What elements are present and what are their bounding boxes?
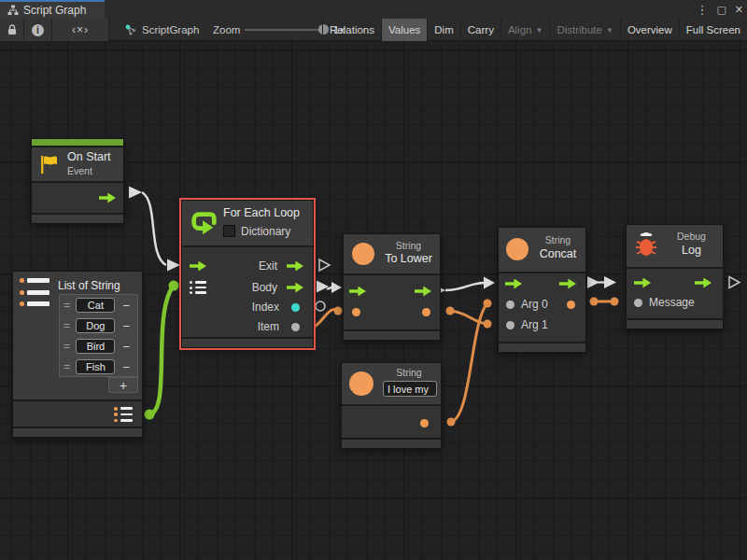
port-item-label: Item [258,320,279,333]
lock-icon [7,24,17,35]
node-footer [344,331,440,340]
list-item-input[interactable] [76,339,115,354]
relations-button[interactable]: Relations [322,19,381,41]
tab-script-graph[interactable]: Script Graph [0,0,105,19]
node-type-label: String [381,367,437,378]
remove-item-button[interactable]: − [119,360,134,374]
drag-handle[interactable]: = [63,340,72,353]
port-index-out[interactable] [291,303,300,312]
script-graph-icon [124,23,137,36]
node-title: On Start [67,150,111,163]
node-string-to-lower[interactable]: String To Lower [343,233,441,341]
remove-item-button[interactable]: − [119,299,134,313]
wire-onstart-to-foreach [129,187,180,272]
node-footer [499,343,585,352]
port-tolower-string-out[interactable] [422,308,430,316]
node-type-label: String [534,234,582,245]
port-concat-arg0-in[interactable] [506,301,514,309]
list-item-row: = − [60,315,137,336]
remove-item-button[interactable]: − [119,340,134,354]
port-literal-string-out[interactable] [420,419,429,427]
port-concat-arg1-in[interactable] [506,321,514,329]
node-title: List of String [58,279,120,292]
node-on-start[interactable]: On Start Event [31,138,124,224]
zoom-label: Zoom [213,19,240,41]
fullscreen-button[interactable]: Full Screen [679,19,747,41]
list-item-row: = − [60,336,137,357]
lock-button[interactable] [0,19,24,41]
port-log-flow-out[interactable] [695,278,712,288]
node-title: To Lower [379,252,438,265]
port-foreach-exit-marker [319,259,330,271]
list-item-row: = − [60,357,137,377]
port-log-flow-in[interactable] [634,278,651,288]
string-type-icon [352,243,374,265]
string-value-input[interactable] [383,381,437,397]
port-log-message-in[interactable] [634,299,642,307]
graph-hierarchy-icon [7,5,19,16]
tab-title: Script Graph [23,4,86,17]
node-for-each-loop[interactable]: For Each Loop Dictionary Exit Body Index [181,200,314,348]
zoom-slider[interactable] [245,29,329,31]
chevron-down-icon: ▼ [606,26,613,35]
inspect-button[interactable]: i [24,19,52,41]
drag-handle[interactable]: = [63,299,72,312]
port-foreach-index-marker [316,301,325,311]
overview-button[interactable]: Overview [620,19,679,41]
graph-canvas[interactable]: On Start Event List of String = − [0,41,747,560]
list-item-input[interactable] [76,359,115,374]
dictionary-label: Dictionary [241,225,290,238]
drag-handle[interactable]: = [63,360,72,373]
port-tolower-string-in[interactable] [352,308,360,316]
wire-tolower-to-concat-arg1 [446,307,492,329]
port-log-exit-marker [729,277,740,288]
dim-button[interactable]: Dim [427,19,459,41]
port-concat-flow-out[interactable] [559,279,576,289]
node-subtitle: Event [67,165,92,176]
tab-bar: Script Graph ⋮ ▢ ✕ [0,0,747,19]
port-list-output[interactable] [114,407,133,422]
port-foreach-flow-in[interactable] [190,261,206,272]
string-type-icon [506,238,529,260]
port-concat-string-out[interactable] [567,301,575,309]
code-preview-button[interactable]: ‹×› [52,19,109,41]
graph-breadcrumb[interactable]: ScriptGraph [124,19,199,41]
info-icon: i [32,24,44,36]
port-tolower-flow-out[interactable] [415,287,431,297]
list-item-input[interactable] [76,298,115,313]
node-debug-log[interactable]: Debug Log Message [626,224,724,329]
port-item-out[interactable] [291,323,300,331]
wire-concat-to-log-message [590,298,619,306]
node-footer [627,320,723,329]
list-item-input[interactable] [76,318,115,333]
wire-concat-to-log-flow [587,276,616,288]
window-close-icon[interactable]: ✕ [735,4,743,16]
node-string-literal[interactable]: String [341,362,442,449]
node-title: For Each Loop [223,206,300,219]
node-title: Concat [532,247,584,260]
dictionary-checkbox[interactable] [223,225,235,237]
port-onstart-trigger-out[interactable] [99,193,116,203]
node-footer [32,215,123,223]
port-arg0-label: Arg 0 [521,298,548,311]
align-dropdown[interactable]: Align▼ [500,19,550,41]
port-body-out[interactable] [287,283,303,293]
distribute-dropdown[interactable]: Distribute▼ [549,19,620,41]
node-list-of-string[interactable]: List of String = − = − = − [12,271,143,438]
node-type-label: String [381,240,436,251]
port-concat-flow-in[interactable] [505,279,522,289]
port-collection-in[interactable] [190,281,206,294]
add-item-button[interactable]: + [108,377,138,393]
drag-handle[interactable]: = [63,319,72,332]
port-tolower-flow-in[interactable] [349,287,366,297]
window-maximize-icon[interactable]: ▢ [716,4,726,16]
node-string-concat[interactable]: String Concat Arg 0 Arg 1 [498,227,586,353]
node-footer [342,440,441,448]
remove-item-button[interactable]: − [119,319,134,333]
port-arg1-label: Arg 1 [521,318,548,331]
list-icon [20,278,53,306]
values-button[interactable]: Values [381,19,427,41]
window-menu-icon[interactable]: ⋮ [696,3,708,17]
port-exit-out[interactable] [287,261,303,272]
carry-button[interactable]: Carry [460,19,500,41]
